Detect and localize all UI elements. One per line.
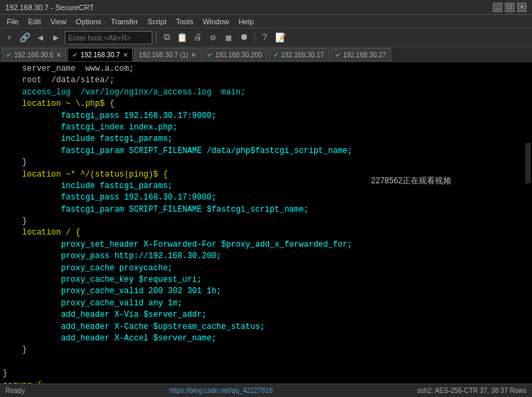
terminal-line: add_header X-Cache $upstream_cache_statu…: [3, 322, 529, 333]
menu-file[interactable]: File: [3, 17, 23, 26]
toolbar-icon-lightning[interactable]: ⚡: [3, 31, 16, 44]
close-button[interactable]: ×: [517, 3, 527, 12]
tab-192-168-30-17[interactable]: ✔ 192.168.30.17: [268, 48, 329, 61]
tab-close-icon[interactable]: ✕: [123, 51, 128, 59]
tab-192-168-30-7-1[interactable]: 192.168.30.7 (1) ✕: [134, 48, 201, 61]
terminal-line: proxy_pass http://192.168.30.200;: [3, 251, 529, 262]
tab-label: 192.168.30.7: [80, 51, 119, 59]
menu-help[interactable]: Help: [235, 17, 258, 26]
terminal-line: }: [3, 344, 529, 356]
terminal-line: add_header X-Via $server_addr;: [3, 309, 529, 321]
terminal-line: proxy_cache_valid 200 302 301 1h;: [3, 286, 529, 297]
tabbar: ✔ 192.168.30.6 ✕ ✔ 192.168.30.7 ✕ 192.16…: [0, 47, 532, 62]
terminal-line: proxy_set_header X-Forwarded-For $proxy_…: [3, 239, 529, 251]
tab-check-icon: ✔: [207, 51, 212, 59]
toolbar: ⚡ 🔗 ◀ ▶ ⧉ 📋 🖨 ⚙ ▦ ⏺ ? 📝: [0, 28, 532, 47]
toolbar-separator-2: [254, 32, 255, 44]
toolbar-icon-map[interactable]: ▦: [222, 31, 235, 44]
terminal-line: root /data/sitea/;: [3, 75, 529, 86]
terminal-line: location ~ \.php$ {: [3, 98, 529, 110]
terminal-line: proxy_cache_key $request_uri;: [3, 274, 529, 286]
status-link[interactable]: https://blog.csdn.net/qq_42227818: [169, 387, 272, 394]
toolbar-separator-1: [156, 32, 156, 44]
toolbar-icon-connect[interactable]: 🔗: [18, 31, 32, 44]
tab-192-168-30-27[interactable]: ✔ 192.168.30.27: [330, 48, 391, 61]
menubar: File Edit View Options Transfer Script T…: [0, 15, 532, 28]
maximize-button[interactable]: □: [505, 3, 514, 12]
terminal-line: server_name www.a.com;: [3, 63, 529, 75]
menu-window[interactable]: Window: [199, 17, 233, 26]
menu-tools[interactable]: Tools: [172, 17, 198, 26]
toolbar-icon-forward[interactable]: ▶: [49, 31, 63, 44]
menu-view[interactable]: View: [47, 17, 71, 26]
titlebar: 192.168.30.7 - SecureCRT _ □ ×: [0, 0, 532, 15]
toolbar-icon-record[interactable]: ⏺: [237, 31, 251, 44]
tab-label: 192.168.30.27: [343, 51, 386, 59]
terminal-line: location / {: [3, 227, 529, 239]
tab-label: 192.168.30.6: [14, 51, 53, 59]
terminal-line: include fastcgi_params;: [3, 181, 529, 192]
tab-check-icon: ✔: [335, 51, 341, 59]
terminal-line: fastcgi_index index.php;: [3, 122, 529, 133]
tab-check-icon: ✔: [6, 51, 11, 59]
toolbar-icon-help[interactable]: ?: [258, 31, 272, 44]
tab-close-icon[interactable]: ✕: [56, 51, 61, 59]
toolbar-icon-settings[interactable]: ⚙: [206, 31, 220, 44]
toolbar-icon-paste[interactable]: 📋: [175, 31, 189, 44]
terminal-line: proxy_cache_valid any 1m;: [3, 298, 529, 309]
tab-192-168-30-200[interactable]: ✔ 192.168.30.200: [202, 48, 267, 61]
terminal-line: include fastcgi_params;: [3, 133, 529, 145]
scrollbar[interactable]: [525, 143, 531, 183]
toolbar-icon-copy[interactable]: ⧉: [160, 31, 173, 44]
terminal-line: access_log /var/log/nginx/a_access.log m…: [3, 87, 529, 98]
menu-options[interactable]: Options: [71, 17, 105, 26]
menu-transfer[interactable]: Transfer: [107, 17, 142, 26]
titlebar-title: 192.168.30.7 - SecureCRT: [5, 3, 94, 11]
host-input[interactable]: [65, 31, 152, 44]
tab-label: 192.168.30.7 (1): [139, 51, 188, 59]
terminal-line: proxy_cache proxycache;: [3, 263, 529, 274]
menu-script[interactable]: Script: [144, 17, 171, 26]
tab-check-icon: ✔: [273, 51, 278, 59]
toolbar-icon-notes[interactable]: 📝: [274, 31, 287, 44]
tab-label: 192.168.30.17: [281, 51, 324, 59]
terminal[interactable]: server_name www.a.com; root /data/sitea/…: [0, 62, 532, 384]
terminal-line: fastcgi_pass 192.168.30.17:9000;: [3, 111, 529, 122]
terminal-line: }: [3, 216, 529, 227]
menu-edit[interactable]: Edit: [24, 17, 45, 26]
toolbar-icon-print[interactable]: 🖨: [191, 31, 204, 44]
terminal-line: fastcgi_param SCRIPT_FILENAME /data/php$…: [3, 146, 529, 157]
tab-192-168-30-6[interactable]: ✔ 192.168.30.6 ✕: [1, 48, 66, 61]
terminal-line: location ~* ^/(status|ping)$ {: [3, 169, 529, 181]
statusbar: Ready https://blog.csdn.net/qq_42227818 …: [0, 384, 532, 397]
terminal-line: [3, 357, 529, 368]
status-ready: Ready: [5, 387, 25, 394]
terminal-line: }: [3, 157, 529, 169]
tab-check-icon: ✔: [72, 51, 78, 59]
terminal-line: fastcgi_pass 192.168.30.17:9000;: [3, 192, 529, 204]
tab-close-icon[interactable]: ✕: [191, 51, 196, 59]
status-info: ssh2: AES-256-CTR 37, 38 37 Rows: [417, 387, 527, 394]
tab-192-168-30-7[interactable]: ✔ 192.168.30.7 ✕: [67, 48, 132, 61]
terminal-line: }: [3, 368, 529, 379]
tab-label: 192.168.30.200: [215, 51, 262, 59]
terminal-line: fastcgi_param SCRIPT_FILENAME $fastcgi_s…: [3, 204, 529, 216]
titlebar-controls: _ □ ×: [493, 3, 527, 12]
terminal-line: add_header X-Accel $server_name;: [3, 333, 529, 344]
toolbar-icon-back[interactable]: ◀: [34, 31, 47, 44]
minimize-button[interactable]: _: [493, 3, 502, 12]
